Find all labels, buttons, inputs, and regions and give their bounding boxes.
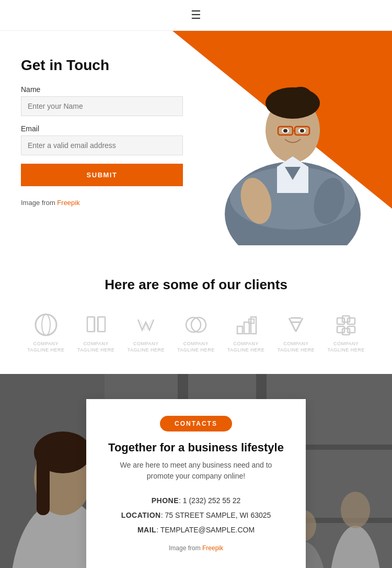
- svg-rect-31: [337, 318, 344, 324]
- location-value: 75 STREET SAMPLE, WI 63025: [165, 511, 271, 519]
- svg-point-15: [36, 314, 56, 335]
- top-nav: ☰: [0, 0, 392, 31]
- clients-section: Here are some of our clients COMPANYTAGL…: [0, 251, 392, 374]
- svg-rect-34: [348, 326, 355, 333]
- svg-point-5: [289, 87, 312, 106]
- svg-rect-18: [98, 317, 105, 332]
- mail-label: MAIL: [137, 526, 156, 534]
- client-logo-6: COMPANYTAGLINE HERE: [278, 312, 315, 353]
- image-credit: Image from Freepik: [21, 199, 183, 207]
- svg-rect-32: [348, 318, 355, 324]
- email-label: Email: [21, 124, 183, 133]
- card-title: Together for a business lifestyle: [107, 441, 285, 455]
- phone-label: PHONE: [152, 496, 179, 505]
- mail-value: TEMPLATE@SAMPLE.COM: [160, 526, 255, 534]
- contact-info: PHONE: 1 (232) 252 55 22 LOCATION: 75 ST…: [107, 493, 285, 537]
- mail-line: MAIL: TEMPLATE@SAMPLE.COM: [107, 522, 285, 537]
- client-logo-5: COMPANYTAGLINE HERE: [227, 312, 264, 353]
- hero-person: [199, 41, 387, 245]
- svg-rect-24: [244, 322, 249, 334]
- client-logo-1: COMPANYTAGLINE HERE: [27, 312, 64, 353]
- client-logo-4: COMPANYTAGLINE HERE: [177, 312, 214, 353]
- svg-point-16: [42, 314, 50, 335]
- svg-point-11: [283, 129, 287, 133]
- phone-line: PHONE: 1 (232) 252 55 22: [107, 493, 285, 508]
- email-input[interactable]: [21, 135, 183, 155]
- svg-line-29: [289, 318, 296, 332]
- client-logo-7: COMPANYTAGLINE HERE: [327, 312, 364, 353]
- svg-rect-33: [337, 326, 344, 333]
- contacts-badge[interactable]: CONTACTS: [160, 416, 232, 431]
- client-logo-3: COMPANYTAGLINE HERE: [128, 312, 165, 353]
- card-subtitle: We are here to meet any business need an…: [107, 460, 285, 482]
- svg-rect-36: [342, 328, 350, 335]
- client-logo-2: COMPANYTAGLINE HERE: [77, 312, 114, 353]
- phone-value: 1 (232) 252 55 22: [183, 496, 241, 505]
- form-area: Get in Touch Name Email SUBMIT Image fro…: [21, 57, 183, 230]
- hero-section: Get in Touch Name Email SUBMIT Image fro…: [0, 31, 392, 251]
- card-image-credit: Image from Freepik: [107, 544, 285, 552]
- location-line: LOCATION: 75 STREET SAMPLE, WI 63025: [107, 508, 285, 522]
- location-label: LOCATION: [121, 511, 161, 519]
- freepik-link[interactable]: Freepik: [57, 199, 79, 207]
- hero-title: Get in Touch: [21, 57, 183, 74]
- svg-rect-17: [87, 317, 95, 332]
- svg-rect-23: [237, 326, 243, 334]
- clients-title: Here are some of our clients: [21, 277, 371, 293]
- svg-line-30: [296, 318, 303, 332]
- card-freepik-link[interactable]: Freepik: [202, 544, 223, 552]
- name-label: Name: [21, 85, 183, 94]
- submit-button[interactable]: SUBMIT: [21, 164, 183, 186]
- hamburger-icon[interactable]: ☰: [191, 8, 201, 22]
- svg-point-12: [300, 129, 304, 133]
- hero-image-area: [172, 31, 392, 251]
- svg-rect-35: [342, 316, 350, 322]
- clients-logos: COMPANYTAGLINE HERE COMPANYTAGLINE HERE …: [21, 312, 371, 353]
- name-input[interactable]: [21, 96, 183, 116]
- contacts-card: CONTACTS Together for a business lifesty…: [86, 399, 306, 568]
- business-section: CONTACTS Together for a business lifesty…: [0, 374, 392, 568]
